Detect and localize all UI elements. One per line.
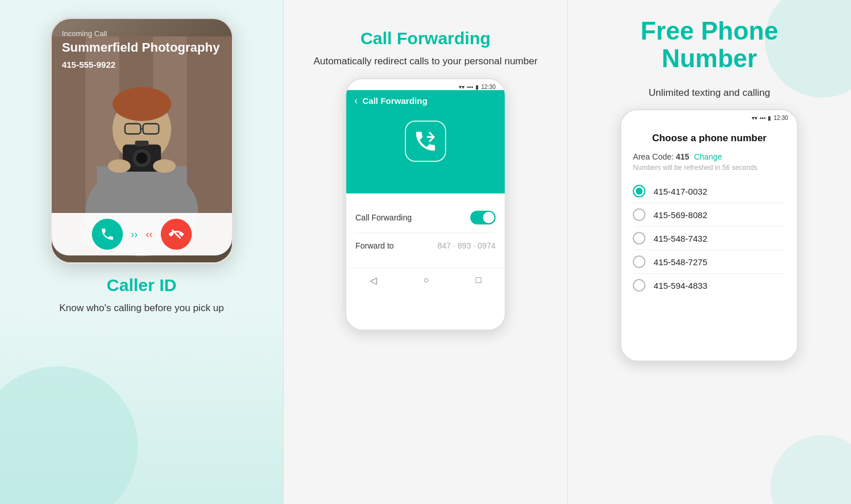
number-text-3: 415-548-7432 — [653, 234, 707, 243]
caller-name: Summerfield Photography — [62, 40, 220, 55]
number-option-4[interactable]: 415-548-7275 — [633, 250, 786, 274]
decorative-blob-1 — [0, 366, 138, 504]
time-display-3: 12:30 — [773, 115, 788, 121]
radio-unselected-3 — [633, 232, 645, 245]
signal-icon-3: ▪▪▪ — [760, 115, 766, 121]
number-option-5[interactable]: 415-594-4833 — [633, 274, 786, 297]
number-text-1: 415-417-0032 — [653, 187, 707, 196]
area-code-row: Area Code: 415 Change — [633, 152, 786, 161]
panel-call-forwarding: Call Forwarding Automatically redirect c… — [283, 0, 567, 504]
panel-free-phone: Free Phone Number Unlimited texting and … — [568, 0, 851, 504]
swipe-left-arrows: ‹‹ — [146, 228, 153, 241]
number-option-1[interactable]: 415-417-0032 — [633, 180, 786, 203]
decline-phone-icon — [169, 227, 184, 242]
caller-id-desc: Know who's calling before you pick up — [59, 301, 224, 316]
call-actions-bar: ›› ‹‹ — [52, 213, 232, 255]
free-phone-desc: Unlimited texting and calling — [648, 86, 770, 100]
number-text-4: 415-548-7275 — [653, 257, 707, 267]
incoming-label: Incoming Call — [62, 29, 220, 38]
back-arrow-icon[interactable]: ‹ — [354, 95, 358, 107]
status-bar-3: ▾▾ ▪▪▪ ▮ 12:30 — [621, 110, 797, 123]
panel-caller-id: Incoming Call Summerfield Photography 41… — [0, 0, 283, 504]
svg-point-16 — [136, 153, 148, 164]
decorative-blob-4 — [771, 435, 851, 504]
phone-mockup-free-phone: ▾▾ ▪▪▪ ▮ 12:30 Choose a phone number Are… — [620, 109, 798, 362]
radio-selected-1 — [633, 185, 645, 197]
status-bar-2: ▾▾ ▪▪▪ ▮ 12:30 — [346, 79, 505, 90]
battery-icon: ▮ — [475, 84, 479, 90]
radio-unselected-4 — [633, 255, 645, 268]
svg-point-10 — [113, 87, 171, 121]
call-forwarding-title: Call Forwarding — [361, 29, 491, 48]
radio-unselected-2 — [633, 208, 645, 221]
call-info-overlay: Incoming Call Summerfield Photography 41… — [62, 29, 220, 69]
phone-bottom-bar-2: ◁ ○ □ — [346, 267, 505, 293]
forward-to-row: Forward to 847 · 893 · 0974 — [355, 233, 496, 258]
call-forwarding-content: Call Forwarding Forward to 847 · 893 · 0… — [346, 193, 505, 267]
decline-button[interactable] — [161, 219, 192, 250]
topbar-title: Call Forwarding — [362, 96, 427, 106]
choose-number-title: Choose a phone number — [633, 133, 786, 144]
phone-mockup-call-forwarding: ▾▾ ▪▪▪ ▮ 12:30 ‹ Call Forwarding — [345, 78, 506, 331]
signal-icon: ▪▪▪ — [467, 84, 473, 90]
toggle-label: Call Forwarding — [355, 213, 412, 222]
call-forward-phone-icon — [413, 129, 438, 154]
back-nav-icon[interactable]: ◁ — [370, 275, 377, 286]
teal-header-section: ‹ Call Forwarding — [346, 90, 505, 193]
radio-inner-1 — [636, 188, 643, 195]
toggle-knob — [483, 212, 494, 223]
home-nav-icon[interactable]: ○ — [423, 275, 429, 285]
number-option-3[interactable]: 415-548-7432 — [633, 227, 786, 250]
toggle-row: Call Forwarding — [355, 203, 496, 233]
free-phone-title: Free Phone Number — [641, 17, 779, 73]
accept-button[interactable] — [92, 219, 123, 250]
number-text-5: 415-594-4833 — [653, 281, 707, 290]
radio-unselected-5 — [633, 279, 645, 292]
recents-nav-icon[interactable]: □ — [476, 275, 482, 285]
phone-mockup-caller-id: Incoming Call Summerfield Photography 41… — [50, 17, 234, 264]
forward-to-label: Forward to — [355, 241, 394, 250]
caller-id-title: Caller ID — [107, 276, 177, 295]
choose-number-content: Choose a phone number Area Code: 415 Cha… — [621, 123, 797, 306]
battery-icon-3: ▮ — [768, 115, 771, 121]
wifi-icon: ▾▾ — [459, 84, 465, 90]
change-area-code-link[interactable]: Change — [694, 152, 722, 161]
teal-topbar: ‹ Call Forwarding — [346, 90, 505, 111]
area-code-value: 415 — [676, 152, 689, 161]
refresh-note: Numbers will be refreshed in 56 seconds — [633, 164, 786, 172]
svg-point-19 — [153, 159, 175, 173]
time-display: 12:30 — [481, 84, 496, 90]
caller-number: 415-555-9922 — [62, 60, 220, 69]
wifi-icon-3: ▾▾ — [752, 115, 757, 121]
svg-point-18 — [108, 159, 130, 173]
area-code-label: Area Code: 415 — [633, 152, 689, 161]
svg-rect-17 — [135, 141, 149, 146]
accept-phone-icon — [100, 227, 115, 242]
call-forwarding-toggle[interactable] — [470, 211, 496, 224]
forward-number: 847 · 893 · 0974 — [438, 241, 496, 250]
swipe-right-arrows: ›› — [131, 228, 138, 241]
call-forward-icon-box — [405, 121, 446, 162]
number-option-2[interactable]: 415-569-8082 — [633, 203, 786, 227]
call-forwarding-desc: Automatically redirect calls to your per… — [314, 54, 537, 69]
number-text-2: 415-569-8082 — [653, 210, 707, 220]
